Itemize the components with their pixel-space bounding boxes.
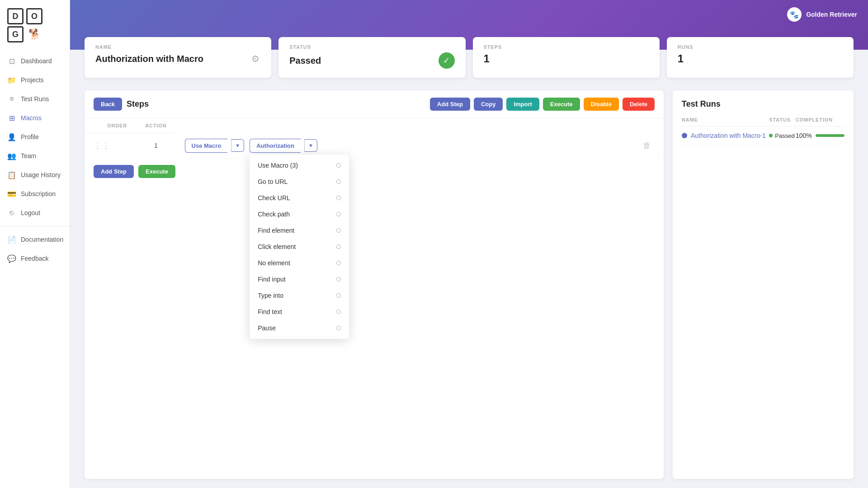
menu-item-dot [336, 163, 341, 168]
sidebar-item-label: Documentation [21, 236, 63, 243]
logo-dog: 🐕 [26, 26, 42, 42]
info-cards: NAME Authorization with Macro ⚙ STATUS P… [85, 37, 854, 78]
step-order: 1 [154, 142, 158, 149]
sidebar-item-label: Test Runs [21, 95, 49, 103]
logout-icon: ⎋ [7, 208, 16, 217]
sidebar-item-label: Feedback [21, 255, 48, 262]
steps-card-label: STEPS [484, 44, 649, 50]
menu-item-pause[interactable]: Pause [250, 320, 349, 336]
sidebar-item-team[interactable]: 👥 Team [0, 146, 70, 165]
steps-header: Back Steps Add Step Copy Import Execute … [85, 90, 664, 118]
settings-button[interactable]: ⚙ [250, 52, 260, 65]
menu-item-label: Use Macro (3) [258, 162, 298, 169]
progress-bar [816, 134, 844, 137]
menu-item-label: Check URL [258, 194, 290, 202]
run-status-text: Passed [775, 132, 794, 139]
copy-button[interactable]: Copy [474, 98, 503, 111]
use-macro-button[interactable]: Use Macro [185, 139, 228, 153]
sidebar-item-label: Dashboard [21, 57, 52, 65]
runs-card-value: 1 [678, 52, 843, 65]
sidebar-item-logout[interactable]: ⎋ Logout [0, 203, 70, 222]
sidebar-item-profile[interactable]: 👤 Profile [0, 127, 70, 146]
menu-item-type-into[interactable]: Type into [250, 287, 349, 304]
usage-history-icon: 📋 [7, 170, 16, 179]
steps-footer: Add Step Execute [85, 159, 664, 184]
completion-pct: 100% [796, 132, 812, 139]
use-macro-dropdown-group: Use Macro ▼ [185, 139, 245, 153]
runs-name-header: NAME [682, 117, 769, 127]
main-area: 🐾 Golden Retriever NAME Authorization wi… [70, 0, 868, 488]
menu-item-use-macro[interactable]: Use Macro (3) [250, 157, 349, 174]
footer-execute-button[interactable]: Execute [138, 165, 175, 178]
sidebar-item-label: Profile [21, 133, 39, 141]
run-name-cell[interactable]: Authorization with Macro-1 [682, 132, 769, 139]
authorization-dropdown-arrow[interactable]: ▼ [304, 139, 317, 152]
drag-handle-icon[interactable]: ⋮⋮ [94, 141, 110, 150]
brand-logo-icon: 🐾 [787, 7, 802, 22]
content-area: Back Steps Add Step Copy Import Execute … [70, 78, 868, 488]
sidebar-item-feedback[interactable]: 💬 Feedback [0, 249, 70, 268]
sidebar-item-usage-history[interactable]: 📋 Usage History [0, 165, 70, 184]
run-name-text: Authorization with Macro-1 [691, 132, 766, 139]
runs-status-header: STATUS [769, 117, 796, 127]
back-button[interactable]: Back [94, 98, 122, 111]
import-button[interactable]: Import [506, 98, 539, 111]
footer-add-step-button[interactable]: Add Step [94, 165, 134, 178]
menu-item-label: Check path [258, 211, 290, 218]
runs-card-label: RUNS [678, 44, 843, 50]
menu-item-click-element[interactable]: Click element [250, 239, 349, 255]
delete-row-button[interactable]: 🗑 [639, 139, 655, 152]
menu-item-check-path[interactable]: Check path [250, 206, 349, 222]
steps-panel: Back Steps Add Step Copy Import Execute … [85, 90, 664, 479]
menu-item-find-element[interactable]: Find element [250, 222, 349, 239]
sidebar: D O G 🐕 ⊡ Dashboard 📁 Projects ≡ Test Ru… [0, 0, 70, 488]
sidebar-item-label: Subscription [21, 190, 56, 197]
menu-item-dot [336, 293, 341, 298]
run-status-badge: Passed [769, 132, 796, 139]
sidebar-item-projects[interactable]: 📁 Projects [0, 70, 70, 89]
delete-button[interactable]: Delete [623, 98, 655, 111]
action-dropdown-menu: Use Macro (3) Go to URL Ch [250, 155, 349, 339]
sidebar-item-macros[interactable]: ⊞ Macros [0, 108, 70, 127]
sidebar-item-dashboard[interactable]: ⊡ Dashboard [0, 52, 70, 70]
status-dot-icon [769, 134, 773, 137]
sidebar-item-documentation[interactable]: 📄 Documentation [0, 230, 70, 249]
menu-item-dot [336, 212, 341, 216]
menu-item-find-text[interactable]: Find text [250, 304, 349, 320]
team-icon: 👥 [7, 151, 16, 160]
dashboard-icon: ⊡ [7, 56, 16, 66]
execute-button[interactable]: Execute [543, 98, 580, 111]
sidebar-item-label: Usage History [21, 171, 61, 178]
menu-item-label: Go to URL [258, 178, 288, 185]
logo-area: D O G 🐕 [0, 0, 70, 48]
menu-item-no-element[interactable]: No element [250, 255, 349, 271]
menu-item-check-url[interactable]: Check URL [250, 190, 349, 206]
menu-item-dot [336, 326, 341, 330]
authorization-dropdown-group: Authorization ▼ Use Macro (3) [250, 139, 317, 153]
menu-item-go-to-url[interactable]: Go to URL [250, 174, 349, 190]
menu-item-find-input[interactable]: Find input [250, 271, 349, 287]
steps-card-value: 1 [484, 52, 649, 65]
sidebar-nav: ⊡ Dashboard 📁 Projects ≡ Test Runs ⊞ Mac… [0, 52, 70, 488]
macros-icon: ⊞ [7, 113, 16, 122]
steps-table: ORDER ACTION ⋮⋮ 1 [85, 118, 664, 159]
test-runs-table: NAME STATUS COMPLETION Authorization wit… [682, 117, 844, 145]
sidebar-item-test-runs[interactable]: ≡ Test Runs [0, 89, 70, 108]
test-runs-panel: Test Runs NAME STATUS COMPLETION Aut [673, 90, 854, 479]
info-card-runs: RUNS 1 [667, 37, 854, 78]
add-step-button[interactable]: Add Step [430, 98, 470, 111]
runs-completion-header: COMPLETION [796, 117, 844, 127]
completion-cell: 100% [796, 132, 844, 139]
profile-icon: 👤 [7, 132, 16, 141]
documentation-icon: 📄 [7, 235, 16, 244]
brand-name: Golden Retriever [806, 11, 857, 18]
disable-button[interactable]: Disable [584, 98, 619, 111]
authorization-button[interactable]: Authorization [250, 139, 301, 153]
table-row: ⋮⋮ 1 Use Macro ▼ [85, 133, 664, 159]
steps-title-row: Back Steps [94, 98, 149, 111]
info-card-status: STATUS Passed ✓ [278, 37, 465, 78]
menu-item-label: Click element [258, 243, 296, 250]
steps-actions: Add Step Copy Import Execute Disable Del… [430, 98, 655, 111]
use-macro-dropdown-arrow[interactable]: ▼ [231, 139, 244, 152]
sidebar-item-subscription[interactable]: 💳 Subscription [0, 184, 70, 203]
